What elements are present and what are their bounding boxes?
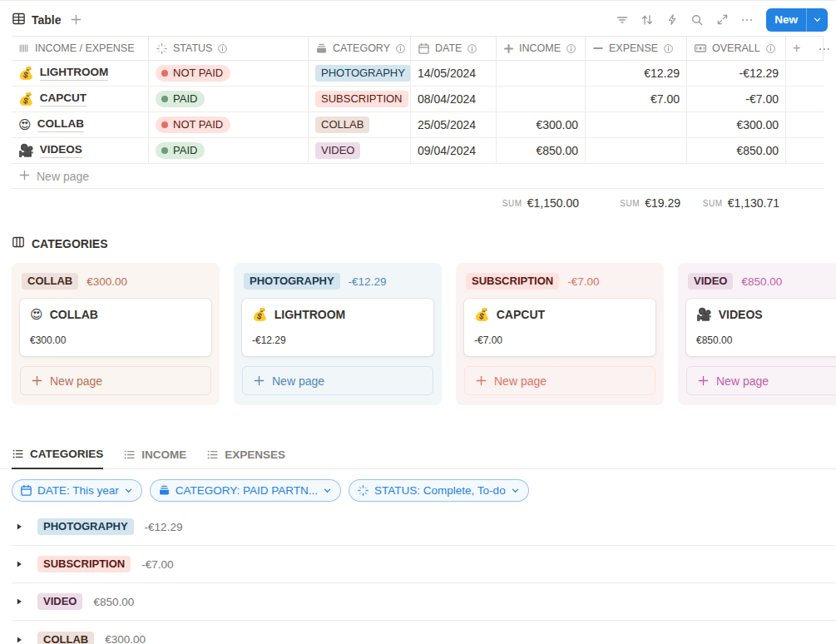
cell-category[interactable]: SUBSCRIPTION bbox=[309, 87, 411, 111]
board-group-badge: VIDEO bbox=[688, 273, 733, 290]
sort-button[interactable] bbox=[636, 9, 658, 31]
info-icon[interactable] bbox=[467, 43, 477, 54]
cell-empty[interactable] bbox=[786, 138, 824, 163]
board-group-sum: -€7.00 bbox=[567, 275, 599, 288]
expense-sum[interactable]: SUM€19.29 bbox=[586, 189, 687, 217]
column-header-status[interactable]: STATUS bbox=[149, 37, 309, 60]
cell-status[interactable]: NOT PAID bbox=[149, 112, 309, 137]
cell-expense[interactable] bbox=[586, 138, 687, 163]
page-title: 💰CAPCUT bbox=[18, 92, 87, 107]
cell-title[interactable]: 😍COLLAB bbox=[12, 112, 149, 137]
column-header-income[interactable]: INCOME bbox=[497, 37, 586, 60]
expand-button[interactable] bbox=[711, 9, 733, 31]
column-header-overall[interactable]: OVERALL bbox=[687, 37, 786, 60]
status-label: PAID bbox=[173, 92, 197, 106]
status-badge: PAID bbox=[156, 91, 205, 107]
table-more-button[interactable] bbox=[814, 37, 835, 62]
collapse-triangle-icon[interactable] bbox=[12, 597, 27, 606]
new-page-label: New page bbox=[37, 170, 89, 183]
cell-expense[interactable]: €7.00 bbox=[586, 87, 687, 111]
tab-income[interactable]: INCOME bbox=[123, 448, 186, 469]
chevron-down-icon bbox=[511, 486, 520, 495]
info-icon[interactable] bbox=[217, 43, 228, 54]
board-column-header[interactable]: VIDEO€850.00 bbox=[688, 273, 836, 290]
board-card[interactable]: 😍COLLAB€300.00 bbox=[20, 299, 211, 356]
filter-chip-category[interactable]: CATEGORY: PAID PARTN... bbox=[150, 479, 341, 502]
cell-empty[interactable] bbox=[786, 112, 824, 137]
board-section-heading: CATEGORIES bbox=[12, 235, 836, 251]
sum-empty-cell bbox=[309, 189, 411, 217]
cell-category[interactable]: PHOTOGRAPHY bbox=[309, 61, 411, 86]
cell-date[interactable]: 08/04/2024 bbox=[411, 87, 497, 111]
new-button[interactable]: New bbox=[766, 8, 828, 32]
cell-title[interactable]: 💰CAPCUT bbox=[12, 87, 149, 111]
cell-overall[interactable]: €850.00 bbox=[687, 138, 786, 163]
cell-income[interactable] bbox=[497, 61, 586, 86]
column-header-income-expense[interactable]: INCOME / EXPENSE bbox=[12, 37, 149, 60]
filter-button[interactable] bbox=[611, 9, 633, 31]
new-button-chevron[interactable] bbox=[806, 8, 828, 32]
new-page-label: New page bbox=[272, 374, 324, 388]
collapse-triangle-icon[interactable] bbox=[12, 560, 27, 568]
board-card[interactable]: 💰CAPCUT-€7.00 bbox=[464, 299, 655, 356]
column-header-date[interactable]: DATE bbox=[411, 37, 497, 60]
cell-expense[interactable] bbox=[586, 112, 687, 137]
sum-value: €1,130.71 bbox=[728, 196, 779, 210]
search-button[interactable] bbox=[686, 9, 708, 31]
board-card[interactable]: 🎥VIDEOS€850.00 bbox=[686, 299, 836, 356]
cell-overall[interactable]: €300.00 bbox=[687, 112, 786, 137]
board-column-header[interactable]: SUBSCRIPTION-€7.00 bbox=[466, 273, 654, 290]
cell-overall[interactable]: -€12.29 bbox=[687, 61, 786, 86]
more-button[interactable] bbox=[736, 9, 758, 31]
overall-sum[interactable]: SUM€1,130.71 bbox=[687, 189, 786, 217]
board-new-page-button[interactable]: New page bbox=[686, 366, 836, 395]
category-badge: COLLAB bbox=[315, 116, 369, 133]
board-new-page-button[interactable]: New page bbox=[20, 366, 211, 395]
cell-empty[interactable] bbox=[786, 87, 824, 111]
cell-income[interactable] bbox=[497, 87, 586, 111]
cell-date[interactable]: 14/05/2024 bbox=[411, 61, 497, 86]
cell-date[interactable]: 09/04/2024 bbox=[411, 138, 497, 163]
new-button-label: New bbox=[766, 8, 806, 32]
tab-expenses[interactable]: EXPENSES bbox=[206, 448, 285, 469]
cell-status[interactable]: NOT PAID bbox=[149, 61, 309, 86]
collapse-triangle-icon[interactable] bbox=[12, 523, 27, 531]
board-new-page-button[interactable]: New page bbox=[464, 366, 655, 395]
board-new-page-button[interactable]: New page bbox=[242, 366, 433, 395]
info-icon[interactable] bbox=[663, 43, 674, 54]
cell-status[interactable]: PAID bbox=[149, 87, 309, 111]
cell-category[interactable]: COLLAB bbox=[309, 112, 411, 137]
collapse-triangle-icon[interactable] bbox=[12, 636, 27, 644]
info-icon[interactable] bbox=[395, 43, 406, 54]
view-tab-table[interactable]: Table bbox=[12, 12, 62, 28]
info-icon[interactable] bbox=[765, 43, 776, 54]
automation-button[interactable] bbox=[661, 9, 683, 31]
info-icon[interactable] bbox=[566, 43, 576, 54]
cell-category[interactable]: VIDEO bbox=[309, 138, 411, 163]
cell-expense[interactable]: €12.29 bbox=[586, 61, 687, 86]
cell-income[interactable]: €850.00 bbox=[497, 138, 586, 163]
board-column-header[interactable]: PHOTOGRAPHY-€12.29 bbox=[244, 273, 432, 290]
table-new-page-row[interactable]: New page bbox=[12, 164, 824, 189]
page-title-text: COLLAB bbox=[37, 117, 84, 132]
board-card[interactable]: 💰LIGHTROOM-€12.29 bbox=[242, 299, 433, 356]
cell-date[interactable]: 25/05/2024 bbox=[411, 112, 497, 137]
tab-categories[interactable]: CATEGORIES bbox=[12, 448, 103, 469]
chevron-down-icon bbox=[124, 486, 133, 495]
cell-title[interactable]: 🎥VIDEOS bbox=[12, 138, 149, 163]
cell-income[interactable]: €300.00 bbox=[497, 112, 586, 137]
cell-empty[interactable] bbox=[786, 61, 824, 86]
add-view-icon[interactable] bbox=[70, 13, 82, 26]
column-header-category[interactable]: CATEGORY bbox=[309, 37, 411, 60]
column-header-expense[interactable]: EXPENSE bbox=[586, 37, 687, 60]
sum-empty-cell bbox=[786, 189, 824, 217]
filter-chip-status[interactable]: STATUS: Complete, To-do bbox=[349, 479, 529, 502]
income-sum[interactable]: SUM€1,150.00 bbox=[497, 189, 586, 217]
filter-chip-date[interactable]: DATE: This year bbox=[12, 479, 142, 502]
cell-title[interactable]: 💰LIGHTROOM bbox=[12, 61, 149, 86]
cell-overall[interactable]: -€7.00 bbox=[687, 87, 786, 111]
page-title-text: LIGHTROOM bbox=[40, 66, 109, 81]
board-column-header[interactable]: COLLAB€300.00 bbox=[22, 273, 210, 290]
cell-status[interactable]: PAID bbox=[149, 138, 309, 163]
column-header-label: DATE bbox=[435, 42, 462, 54]
